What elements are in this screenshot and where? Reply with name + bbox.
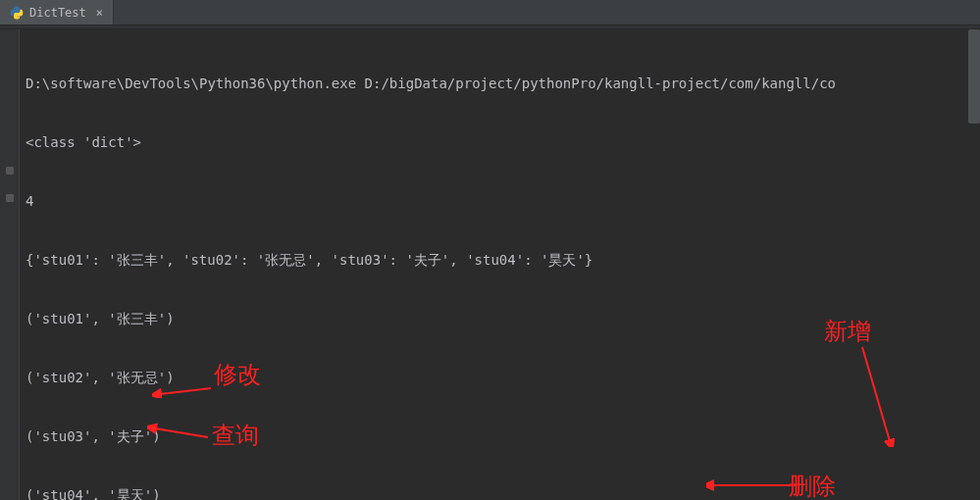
console-area: D:\software\DevTools\Python36\python.exe…: [0, 29, 980, 500]
annotation-delete: 删除: [789, 471, 836, 500]
arrow-modify: [152, 371, 219, 398]
python-icon: [10, 6, 24, 20]
annotation-add: 新增: [824, 316, 871, 347]
svg-line-0: [160, 388, 211, 394]
annotation-query: 查询: [212, 420, 259, 451]
vertical-scrollbar[interactable]: [968, 29, 980, 124]
ide-window: DictTest × D:\software\DevTools\Python36…: [0, 0, 980, 500]
console-line: 4: [26, 186, 974, 216]
gutter: [0, 29, 20, 500]
console-line: <class 'dict'>: [26, 127, 974, 157]
arrow-add: [839, 343, 898, 447]
annotation-modify: 修改: [214, 359, 261, 390]
svg-line-2: [862, 347, 890, 441]
console-line: D:\software\DevTools\Python36\python.exe…: [26, 69, 974, 98]
close-icon[interactable]: ×: [96, 6, 103, 20]
gutter-marker: [6, 167, 14, 175]
editor-tabbar: DictTest ×: [0, 0, 980, 25]
editor-tab-label: DictTest: [29, 6, 86, 20]
gutter-marker: [6, 194, 14, 202]
console-line: {'stu01': '张三丰', 'stu02': '张无忌', 'stu03'…: [26, 245, 974, 275]
svg-line-1: [155, 428, 208, 437]
editor-tab-dicttest[interactable]: DictTest ×: [0, 0, 114, 25]
arrow-query: [147, 420, 216, 443]
